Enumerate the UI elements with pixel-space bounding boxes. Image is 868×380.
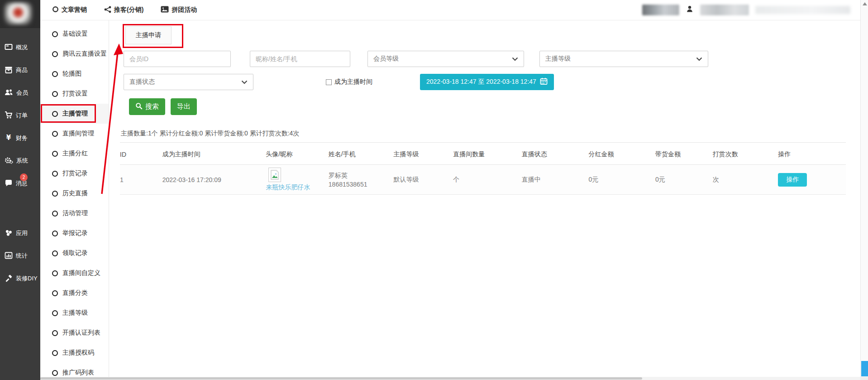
date-range-value: 2022-03-18 12:47 至 2022-03-18 12:47 bbox=[426, 78, 536, 86]
sidebar-item-goods[interactable]: 商品 bbox=[0, 59, 40, 82]
cell-anchor-level: 默认等级 bbox=[393, 176, 453, 184]
main-content: 主播申请 会员等级 主播等级 直播状态 bbox=[109, 20, 860, 377]
circle-bullet-icon bbox=[52, 290, 58, 296]
submenu-item-history-live[interactable]: 历史直播 bbox=[40, 183, 109, 203]
sidebar-item-overview[interactable]: 概况 bbox=[0, 36, 40, 59]
submenu-item-room-management[interactable]: 直播间管理 bbox=[40, 124, 109, 144]
submenu-item-report-records[interactable]: 举报记录 bbox=[40, 223, 109, 243]
member-level-select[interactable]: 会员等级 bbox=[367, 51, 524, 67]
submenu-item-reward-settings[interactable]: 打赏设置 bbox=[40, 84, 109, 104]
cell-id: 1 bbox=[120, 176, 162, 183]
topbar: 文章营销 推客(分销) 拼团活动 bbox=[40, 0, 860, 20]
submenu-item-auth-code[interactable]: 主播授权码 bbox=[40, 343, 109, 363]
topbar-item-article-marketing[interactable]: 文章营销 bbox=[52, 6, 87, 14]
circle-bullet-icon bbox=[52, 51, 58, 57]
anchor-phone: 18681538651 bbox=[329, 180, 391, 189]
circle-bullet-icon bbox=[52, 330, 58, 336]
cell-name-phone: 罗标英 18681538651 bbox=[329, 171, 394, 189]
submenu-item-anchor-dividend[interactable]: 主播分红 bbox=[40, 144, 109, 164]
submenu-item-label: 直播间管理 bbox=[62, 130, 94, 138]
svg-text:¥: ¥ bbox=[6, 134, 11, 142]
nickname-link[interactable]: 来瓶快乐肥仔水 bbox=[266, 183, 310, 192]
submenu-item-live-category[interactable]: 直播分类 bbox=[40, 283, 109, 303]
broken-image-icon bbox=[268, 168, 281, 182]
filter-row-1: 会员等级 主播等级 bbox=[124, 51, 860, 67]
submenu-item-activity-management[interactable]: 活动管理 bbox=[40, 203, 109, 223]
anchor-level-value: 主播等级 bbox=[545, 55, 571, 63]
topbar-item-distribution[interactable]: 推客(分销) bbox=[104, 6, 143, 14]
filter-row-2: 直播状态 成为主播时间 2022-03-18 12:47 至 2022-03-1… bbox=[124, 74, 860, 90]
vertical-scrollbar[interactable] bbox=[860, 0, 868, 380]
topbar-item-label: 拼团活动 bbox=[172, 6, 197, 14]
col-header-dividend: 分红金额 bbox=[588, 150, 655, 159]
live-submenu: 基础设置 腾讯云直播设置 轮播图 打赏设置 主播管理 直播间管理 主播分红 打赏… bbox=[40, 20, 109, 377]
export-button[interactable]: 导出 bbox=[171, 98, 197, 115]
circle-bullet-icon bbox=[52, 231, 58, 236]
date-range-button[interactable]: 2022-03-18 12:47 至 2022-03-18 12:47 bbox=[420, 74, 554, 90]
blurred-username-block[interactable] bbox=[700, 5, 749, 15]
circle-bullet-icon bbox=[52, 171, 58, 177]
table-row: 1 2022-03-16 17:20:09 来瓶快乐肥仔水 罗标英 186815… bbox=[120, 165, 846, 195]
submenu-item-reward-records[interactable]: 打赏记录 bbox=[40, 164, 109, 183]
tab-anchor-application[interactable]: 主播申请 bbox=[125, 26, 172, 44]
sidebar-item-label: 商品 bbox=[16, 66, 28, 74]
circle-bullet-icon bbox=[52, 91, 58, 97]
export-button-label: 导出 bbox=[177, 102, 191, 111]
scroll-up-arrow-icon[interactable] bbox=[863, 2, 867, 5]
topbar-item-group-activity[interactable]: 拼团活动 bbox=[161, 6, 197, 14]
member-id-input[interactable] bbox=[124, 51, 231, 67]
cell-reward-count: 次 bbox=[713, 176, 778, 184]
anchor-level-select[interactable]: 主播等级 bbox=[539, 51, 708, 67]
submenu-item-carousel[interactable]: 轮播图 bbox=[40, 64, 109, 84]
sidebar-item-messages[interactable]: 2 消息 bbox=[0, 172, 40, 195]
nickname-input[interactable] bbox=[250, 51, 350, 67]
become-time-label: 成为主播时间 bbox=[334, 78, 372, 86]
sidebar-item-label: 概况 bbox=[16, 43, 28, 52]
live-status-select[interactable]: 直播状态 bbox=[124, 74, 253, 90]
submenu-item-anchor-level[interactable]: 主播等级 bbox=[40, 303, 109, 323]
topbar-menu: 文章营销 推客(分销) 拼团活动 bbox=[40, 6, 197, 14]
horizontal-scrollbar-thumb[interactable] bbox=[40, 377, 642, 380]
goods-icon bbox=[5, 66, 13, 75]
live-status-value: 直播状态 bbox=[129, 78, 155, 86]
become-time-checkbox-group[interactable]: 成为主播时间 bbox=[326, 78, 372, 86]
cell-goods-amount: 0元 bbox=[655, 176, 713, 184]
sidebar-item-diy[interactable]: 装修DIY bbox=[0, 267, 40, 290]
submenu-item-claim-records[interactable]: 领取记录 bbox=[40, 243, 109, 263]
submenu-item-label: 举报记录 bbox=[62, 229, 88, 237]
sidebar-item-apps[interactable]: 应用 bbox=[0, 222, 40, 245]
person-icon[interactable] bbox=[686, 5, 694, 15]
submenu-item-cert-list[interactable]: 开播认证列表 bbox=[40, 323, 109, 343]
submenu-item-label: 基础设置 bbox=[62, 30, 88, 38]
cell-action: 操作 bbox=[778, 173, 846, 187]
calendar-icon bbox=[540, 77, 548, 87]
col-header-reward-count: 打赏次数 bbox=[713, 150, 778, 159]
search-button[interactable]: 搜索 bbox=[129, 98, 165, 115]
submenu-item-anchor-management[interactable]: 主播管理 bbox=[40, 104, 109, 124]
submenu-item-label: 直播间自定义 bbox=[62, 269, 100, 277]
horizontal-scrollbar[interactable] bbox=[40, 377, 860, 380]
col-header-live-status: 直播状态 bbox=[522, 150, 589, 159]
checkbox-icon[interactable] bbox=[326, 79, 332, 85]
circle-bullet-icon bbox=[52, 111, 58, 117]
submenu-item-promo-code-list[interactable]: 推广码列表 bbox=[40, 363, 109, 377]
sidebar-item-orders[interactable]: 订单 bbox=[0, 104, 40, 127]
row-action-button[interactable]: 操作 bbox=[778, 173, 807, 187]
submenu-item-label: 打赏设置 bbox=[62, 90, 88, 98]
messages-badge: 2 bbox=[20, 173, 28, 181]
submenu-item-tencent-cloud[interactable]: 腾讯云直播设置 bbox=[40, 44, 109, 64]
circle-icon bbox=[52, 6, 59, 14]
submenu-item-basic-settings[interactable]: 基础设置 bbox=[40, 24, 109, 44]
sidebar-item-stats[interactable]: 统计 bbox=[0, 245, 40, 267]
submenu-item-label: 轮播图 bbox=[62, 70, 81, 78]
app-logo[interactable] bbox=[0, 0, 40, 28]
submenu-item-room-custom[interactable]: 直播间自定义 bbox=[40, 263, 109, 283]
scrollbar-corner bbox=[860, 377, 868, 380]
anchor-name: 罗标英 bbox=[329, 171, 391, 180]
sidebar-item-system[interactable]: 系统 bbox=[0, 149, 40, 172]
sidebar-item-finance[interactable]: ¥ 财务 bbox=[0, 127, 40, 149]
submenu-item-label: 历史直播 bbox=[62, 189, 88, 197]
sidebar-item-members[interactable]: 会员 bbox=[0, 82, 40, 104]
chevron-down-icon bbox=[241, 78, 248, 86]
vertical-scrollbar-thumb[interactable] bbox=[861, 361, 868, 376]
